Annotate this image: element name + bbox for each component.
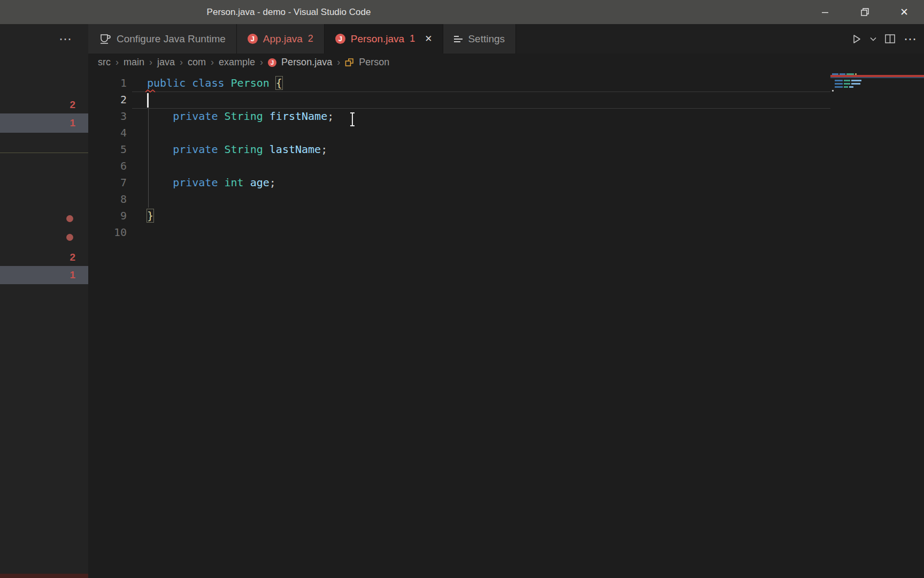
- error-count-badge: 1: [70, 117, 75, 129]
- tab-settings[interactable]: Settings: [443, 24, 516, 54]
- minimap-code-mark: [849, 86, 853, 88]
- chevron-right-icon: ›: [211, 57, 214, 68]
- line-number[interactable]: 4: [88, 125, 127, 141]
- minimize-button[interactable]: [805, 0, 845, 24]
- minimap-code-mark: [844, 86, 848, 88]
- chevron-right-icon: ›: [337, 57, 340, 68]
- line-number[interactable]: 1: [88, 75, 127, 92]
- settings-tune-icon: [454, 36, 463, 42]
- window-title: Person.java - demo - Visual Studio Code: [0, 0, 578, 24]
- modified-dot-icon: [66, 234, 73, 241]
- code-line[interactable]: 1public class Person {: [88, 75, 830, 92]
- minimap-code-mark: [851, 83, 860, 85]
- line-number[interactable]: 9: [88, 208, 127, 224]
- explorer-sidebar: ⋯ 2 1 2 1: [0, 24, 88, 578]
- minimap-code-mark: [835, 83, 843, 85]
- chevron-right-icon: ›: [116, 57, 119, 68]
- minimap-code-mark: [844, 80, 850, 81]
- minimap-code-mark: [835, 80, 843, 81]
- code-line[interactable]: 7 private int age;: [88, 174, 830, 191]
- code-line[interactable]: 10: [88, 224, 830, 241]
- breadcrumb-item[interactable]: src: [98, 57, 111, 68]
- window-controls: ✕: [805, 0, 924, 24]
- run-dropdown-chevron-icon[interactable]: [870, 37, 876, 41]
- window-titlebar: Person.java - demo - Visual Studio Code …: [0, 0, 924, 24]
- line-number[interactable]: 5: [88, 141, 127, 158]
- editor-group: Configure Java Runtime J App.java 2 J Pe…: [88, 24, 924, 578]
- matched-bracket: }: [147, 209, 153, 222]
- restore-icon: [860, 7, 869, 17]
- line-number[interactable]: 3: [88, 108, 127, 125]
- chevron-right-icon: ›: [180, 57, 183, 68]
- sidebar-more-actions-icon[interactable]: ⋯: [59, 32, 72, 47]
- minimize-icon: [821, 8, 829, 17]
- java-file-icon: J: [335, 34, 345, 44]
- matched-bracket: {: [276, 77, 282, 89]
- code-line[interactable]: 8: [88, 191, 830, 208]
- run-icon[interactable]: [852, 34, 861, 44]
- minimap-cursor-line-mark: [830, 77, 924, 78]
- code-line[interactable]: 9}: [88, 208, 830, 224]
- tab-app-java[interactable]: J App.java 2: [237, 24, 325, 54]
- close-window-button[interactable]: ✕: [884, 0, 924, 24]
- code-line[interactable]: 3 private String firstName;: [88, 108, 830, 125]
- sidebar-bottom-highlight: [0, 574, 88, 578]
- coffee-cup-icon: [99, 33, 111, 44]
- tab-label: Configure Java Runtime: [117, 33, 226, 45]
- code-editor[interactable]: 1public class Person { 2 3 private Strin…: [88, 71, 924, 578]
- editor-actions: ⋯: [852, 24, 924, 54]
- tab-problem-badge: 2: [308, 33, 313, 44]
- chevron-right-icon: ›: [149, 57, 152, 68]
- line-number[interactable]: 6: [88, 158, 127, 174]
- restore-button[interactable]: [845, 0, 884, 24]
- line-number[interactable]: 2: [88, 92, 127, 108]
- breadcrumb-item[interactable]: main: [124, 57, 144, 68]
- code-line[interactable]: 6: [88, 158, 830, 174]
- error-squiggle-icon: [145, 89, 156, 93]
- selected-tree-row[interactable]: 1: [0, 266, 88, 284]
- minimap-code-mark: [832, 90, 834, 92]
- breadcrumb: src › main › java › com › example › J Pe…: [88, 54, 924, 71]
- chevron-right-icon: ›: [260, 57, 263, 68]
- more-actions-icon[interactable]: ⋯: [904, 34, 917, 44]
- breadcrumb-item-symbol[interactable]: Person: [359, 57, 389, 68]
- tab-label: Person.java: [351, 33, 404, 45]
- error-count-badge: 1: [70, 269, 75, 281]
- text-caret: [147, 93, 149, 108]
- breadcrumb-item-file[interactable]: Person.java: [281, 57, 332, 68]
- minimap[interactable]: [830, 71, 924, 232]
- java-file-icon: J: [268, 58, 276, 67]
- line-number[interactable]: 10: [88, 224, 127, 241]
- minimap-code-mark: [851, 80, 861, 81]
- sidebar-section-divider: [0, 153, 88, 153]
- error-count-badge: 2: [70, 252, 75, 263]
- code-line[interactable]: 4: [88, 125, 830, 141]
- selected-tree-row[interactable]: 1: [0, 113, 88, 133]
- ibeam-pointer-icon: [349, 112, 356, 127]
- modified-dot-icon: [66, 215, 73, 222]
- code-line[interactable]: 2: [88, 92, 830, 108]
- code-content: 1public class Person { 2 3 private Strin…: [88, 75, 830, 241]
- close-tab-icon[interactable]: ✕: [425, 33, 432, 44]
- error-count-badge: 2: [70, 99, 75, 111]
- indent-guide: [148, 108, 149, 208]
- tab-bar: Configure Java Runtime J App.java 2 J Pe…: [88, 24, 924, 54]
- minimap-code-mark: [844, 83, 850, 85]
- breadcrumb-item[interactable]: java: [157, 57, 175, 68]
- code-line[interactable]: 5 private String lastName;: [88, 141, 830, 158]
- java-file-icon: J: [248, 34, 258, 44]
- line-number[interactable]: 8: [88, 191, 127, 208]
- breadcrumb-item[interactable]: com: [188, 57, 206, 68]
- close-icon: ✕: [900, 6, 908, 18]
- tab-problem-badge: 1: [410, 33, 415, 44]
- split-editor-icon[interactable]: [885, 34, 895, 43]
- tab-configure-java-runtime[interactable]: Configure Java Runtime: [88, 24, 237, 54]
- tab-label: App.java: [263, 33, 303, 45]
- line-number[interactable]: 7: [88, 174, 127, 191]
- minimap-code-mark: [835, 86, 843, 88]
- symbol-class-icon: [345, 58, 354, 67]
- tab-person-java[interactable]: J Person.java 1 ✕: [325, 24, 444, 54]
- breadcrumb-item[interactable]: example: [219, 57, 255, 68]
- tab-label: Settings: [468, 33, 505, 45]
